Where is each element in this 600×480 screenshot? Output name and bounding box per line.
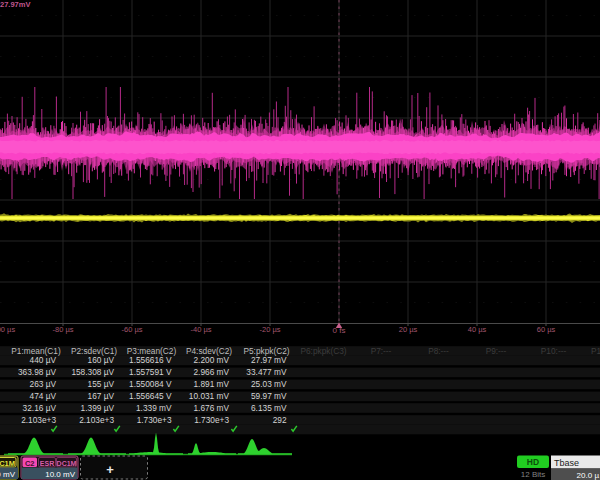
svg-text:155 µV: 155 µV [88, 379, 115, 389]
svg-text:27.97mV: 27.97mV [0, 0, 30, 9]
svg-text:P10:---: P10:--- [541, 346, 567, 356]
svg-text:ESR: ESR [40, 460, 54, 467]
svg-text:DC1M: DC1M [0, 459, 15, 468]
svg-text:Tbase: Tbase [554, 458, 579, 468]
svg-text:1.556616 V: 1.556616 V [129, 355, 172, 365]
svg-text:P1:mean(C1): P1:mean(C1) [11, 346, 61, 356]
svg-text:-80 µs: -80 µs [53, 325, 74, 334]
svg-text:32.16 µV: 32.16 µV [23, 403, 57, 413]
svg-text:440 µV: 440 µV [30, 355, 57, 365]
svg-text:P5:pkpk(C2): P5:pkpk(C2) [243, 346, 289, 356]
svg-text:292: 292 [273, 415, 287, 425]
svg-text:P3:mean(C2): P3:mean(C2) [127, 346, 177, 356]
svg-text:10.031 mV: 10.031 mV [189, 391, 230, 401]
svg-text:6.135 mV: 6.135 mV [251, 403, 287, 413]
svg-text:2.103e+3: 2.103e+3 [21, 415, 56, 425]
svg-text:P6:pkpk(C3): P6:pkpk(C3) [300, 346, 346, 356]
svg-text:P2:sdev(C1): P2:sdev(C1) [71, 346, 117, 356]
svg-text:25.03 mV: 25.03 mV [251, 379, 287, 389]
svg-text:20 µs: 20 µs [399, 325, 418, 334]
svg-text:27.97 mV: 27.97 mV [251, 355, 287, 365]
svg-text:2.200 mV: 2.200 mV [193, 355, 229, 365]
svg-text:10.0 mV: 10.0 mV [45, 470, 75, 479]
svg-text:-20 µs: -20 µs [260, 325, 281, 334]
svg-text:33.477 mV: 33.477 mV [246, 367, 287, 377]
svg-text:0 mV: 0 mV [0, 470, 16, 479]
svg-text:P1: P1 [591, 346, 600, 356]
svg-text:12 Bits: 12 Bits [521, 470, 545, 479]
svg-text:40 µs: 40 µs [468, 325, 487, 334]
svg-text:-60 µs: -60 µs [122, 325, 143, 334]
svg-text:HD: HD [527, 457, 539, 467]
svg-text:1.556645 V: 1.556645 V [129, 391, 172, 401]
svg-text:1.730e+3: 1.730e+3 [137, 415, 172, 425]
svg-text:60 µs: 60 µs [537, 325, 556, 334]
svg-text:2.103e+3: 2.103e+3 [79, 415, 114, 425]
svg-text:167 µV: 167 µV [88, 391, 115, 401]
svg-text:C2: C2 [25, 459, 35, 468]
svg-text:DC1M: DC1M [57, 460, 77, 467]
svg-text:20.0 µ: 20.0 µ [577, 471, 600, 480]
svg-text:59.97 mV: 59.97 mV [251, 391, 287, 401]
svg-text:P8:---: P8:--- [428, 346, 449, 356]
svg-text:1.339 mV: 1.339 mV [136, 403, 172, 413]
svg-text:0 fs: 0 fs [333, 326, 346, 335]
svg-text:1.730e+3: 1.730e+3 [194, 415, 229, 425]
svg-text:263 µV: 263 µV [30, 379, 57, 389]
svg-text:1.676 mV: 1.676 mV [193, 403, 229, 413]
svg-text:1.557591 V: 1.557591 V [129, 367, 172, 377]
svg-text:P7:---: P7:--- [371, 346, 392, 356]
svg-text:-40 µs: -40 µs [191, 325, 212, 334]
svg-text:2.966 mV: 2.966 mV [193, 367, 229, 377]
svg-text:-100 µs: -100 µs [0, 325, 15, 334]
svg-text:P9:---: P9:--- [486, 346, 507, 356]
svg-text:160 µV: 160 µV [88, 355, 115, 365]
svg-text:+: + [106, 462, 114, 477]
svg-text:1.550084 V: 1.550084 V [129, 379, 172, 389]
svg-text:1.891 mV: 1.891 mV [193, 379, 229, 389]
svg-text:P4:sdev(C2): P4:sdev(C2) [186, 346, 232, 356]
svg-text:363.98 µV: 363.98 µV [18, 367, 56, 377]
svg-text:1.399 µV: 1.399 µV [81, 403, 115, 413]
svg-text:158.308 µV: 158.308 µV [71, 367, 114, 377]
svg-text:474 µV: 474 µV [30, 391, 57, 401]
